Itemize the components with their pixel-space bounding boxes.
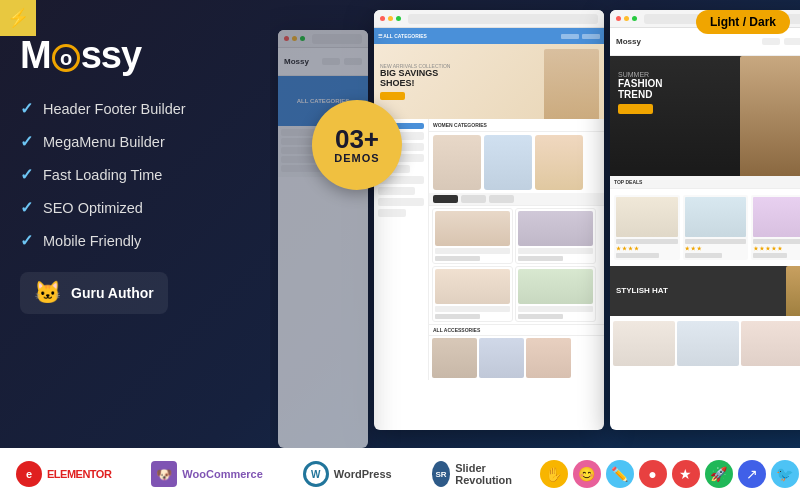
brand-prefix: M — [20, 34, 51, 76]
tab-latest[interactable] — [461, 195, 486, 203]
dot-red — [380, 16, 385, 21]
tab-best-seller[interactable] — [489, 195, 514, 203]
screenshot-frame-partial-left: Mossy ALL CATEGORIES — [278, 30, 368, 448]
acc-3 — [526, 338, 571, 378]
product-img-sm-1 — [616, 197, 678, 237]
product-price-sm-3 — [753, 253, 787, 258]
screenshot-main-frame: ☰ ALL CATEGORIES New Arrivals Collection… — [374, 10, 604, 430]
acc-2 — [479, 338, 524, 378]
dot-red — [284, 36, 289, 41]
star — [771, 246, 776, 251]
check-icon-5: ✓ — [20, 231, 33, 250]
product-card-1 — [432, 208, 513, 264]
hero-cta-btn[interactable] — [618, 104, 653, 114]
social-icon-hand[interactable]: ✋ — [540, 460, 568, 488]
cat-img-2 — [484, 135, 532, 190]
social-icon-rocket[interactable]: 🚀 — [705, 460, 733, 488]
guru-icon: 🐱 — [34, 280, 61, 306]
sidebar-cat — [378, 198, 424, 206]
star — [634, 246, 639, 251]
feature-label-3: Fast Loading Time — [43, 167, 162, 183]
sidebar-cat — [378, 187, 415, 195]
product-price-3 — [435, 314, 480, 319]
hero-text: SUMMER FASHIONTREND — [618, 71, 662, 114]
shop-header: Mossy — [278, 48, 368, 76]
nav-link — [582, 34, 600, 39]
stylish-hat-banner: STYLISH HAT NEW — [610, 266, 800, 316]
star — [697, 246, 702, 251]
product-img-sm-3 — [753, 197, 800, 237]
check-icon-2: ✓ — [20, 132, 33, 151]
product-more-3 — [741, 321, 800, 366]
nav-links — [561, 34, 600, 39]
dot-yellow — [292, 36, 297, 41]
feature-label-5: Mobile Friendly — [43, 233, 141, 249]
product-price-sm-1 — [616, 253, 659, 258]
social-icon-circle[interactable]: ● — [639, 460, 667, 488]
feature-header-footer: ✓ Header Footer Builder — [20, 99, 250, 118]
browser-address-main — [408, 14, 598, 24]
star — [685, 246, 690, 251]
lightning-badge: ⚡ — [0, 0, 36, 36]
feature-seo: ✓ SEO Optimized — [20, 198, 250, 217]
all-categories-label: ☰ ALL CATEGORIES — [378, 33, 427, 39]
product-card-3 — [432, 266, 513, 322]
banner-text-block: New Arrivals Collection Big SavingsShoes… — [380, 63, 450, 100]
dot-yellow — [388, 16, 393, 21]
hero-model-img — [740, 56, 800, 176]
screenshots-area: Mossy ALL CATEGORIES — [270, 0, 800, 448]
wordpress-icon: W — [303, 461, 329, 487]
banner-headline: Big SavingsShoes! — [380, 69, 450, 89]
wordpress-logo: W WordPress — [303, 461, 392, 487]
categories-bar: ☰ ALL CATEGORIES — [374, 28, 604, 44]
product-info-3 — [435, 306, 510, 312]
slider-label: Slider Revolution — [455, 462, 519, 486]
browser-chrome — [278, 30, 368, 48]
hat-model-img — [786, 266, 800, 316]
product-price-2 — [518, 256, 563, 261]
all-accessories-label: ALL ACCESSORIES — [429, 324, 604, 336]
more-products-row — [610, 319, 800, 368]
guru-label: Guru Author — [71, 285, 154, 301]
product-img-3 — [435, 269, 510, 304]
social-icon-emoji[interactable]: 😊 — [573, 460, 601, 488]
shop-main-content: WOMEN CATEGORIES — [429, 119, 604, 380]
feature-megamenu: ✓ MegaMenu Builder — [20, 132, 250, 151]
check-icon-1: ✓ — [20, 99, 33, 118]
social-icon-bird[interactable]: 🐦 — [771, 460, 799, 488]
hero-title: FASHIONTREND — [618, 78, 662, 100]
star — [628, 246, 633, 251]
feature-label-1: Header Footer Builder — [43, 101, 186, 117]
check-icon-3: ✓ — [20, 165, 33, 184]
nav-item — [762, 38, 780, 45]
elementor-label: ELEMENTOR — [47, 468, 111, 480]
sidebar-cat — [378, 209, 406, 217]
star — [616, 246, 621, 251]
product-name-sm-2 — [685, 239, 747, 244]
feature-label-2: MegaMenu Builder — [43, 134, 165, 150]
product-img-sm-2 — [685, 197, 747, 237]
product-stars-3 — [753, 246, 800, 251]
hero-tagline: SUMMER — [618, 71, 662, 78]
main-banner: New Arrivals Collection Big SavingsShoes… — [374, 44, 604, 119]
social-icon-share[interactable]: ↗ — [738, 460, 766, 488]
star — [691, 246, 696, 251]
product-info-1 — [435, 248, 510, 254]
product-price-4 — [518, 314, 563, 319]
social-icon-star[interactable]: ★ — [672, 460, 700, 488]
woo-symbol: 🐶 — [156, 467, 172, 482]
product-name-sm-3 — [753, 239, 800, 244]
plugins-bar: e ELEMENTOR 🐶 WooCommerce W WordPress SR… — [0, 448, 800, 500]
product-price-sm-2 — [685, 253, 722, 258]
tab-top[interactable] — [433, 195, 458, 203]
product-stars-1 — [616, 246, 678, 251]
shop-logo-sec: Mossy — [616, 37, 641, 46]
social-icon-pen[interactable]: ✏️ — [606, 460, 634, 488]
feature-label-4: SEO Optimized — [43, 200, 143, 216]
nav-item — [784, 38, 800, 45]
elementor-icon: e — [16, 461, 42, 487]
star — [753, 246, 758, 251]
shop-body: WOMEN CATEGORIES — [374, 119, 604, 380]
slider-symbol: SR — [435, 470, 446, 479]
brand-suffix: ssy — [81, 34, 141, 76]
